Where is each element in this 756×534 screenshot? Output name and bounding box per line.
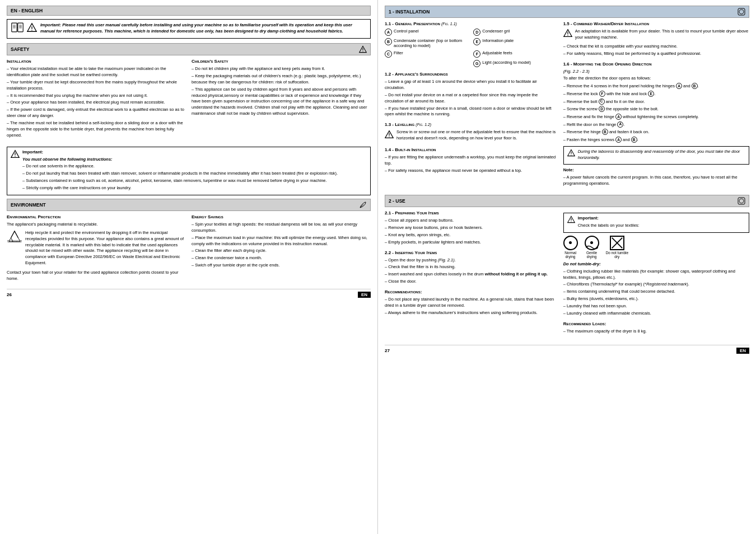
normal-drying-dot (569, 241, 572, 244)
svg-point-11 (31, 30, 32, 30)
right-page-number: 27 (385, 348, 390, 353)
prep-item-2: – Remove any loose buttons, pins or hook… (385, 225, 558, 231)
gentle-drying-label: Gentledrying (586, 251, 597, 259)
preparing-section: 2.1 - Preparing Your Items – Close all z… (385, 210, 558, 246)
important-notice-content: Important: You must observe the followin… (22, 149, 338, 193)
important-check-title: Important: (578, 216, 640, 222)
dnt-item-5: – Laundry that has not been spun. (563, 303, 749, 310)
combined-warning-row: An adaptation kit is available from your… (563, 29, 749, 42)
check-labels-box: Important: Check the labels on your text… (563, 213, 749, 233)
symbol-gentle-drying: Gentledrying (585, 236, 599, 259)
check-labels-text: Important: Check the labels on your text… (578, 216, 640, 230)
dnt-item-4: – Bulky items (duvets, eiderdowns, etc.)… (563, 296, 749, 302)
builtin-section: 1.4 - Built-in Installation – If you are… (385, 147, 558, 174)
no-tumble-cross (611, 237, 623, 249)
dnt-item-1: – Clothing including rubber like materia… (563, 269, 749, 281)
warning-icon-notice (11, 149, 20, 158)
note-text: – A power failure cancels the current pr… (563, 175, 749, 187)
gentle-drying-outer (585, 236, 599, 250)
installation-col: Installation – Your electrical installat… (7, 59, 186, 143)
recommended-loads-section: Recommended Loads: – The maximum capacit… (563, 321, 749, 335)
right-page-bottom: 27 EN (385, 345, 749, 354)
component-E: E Information plate (473, 38, 557, 48)
levelling-text: Screw in or screw out one or more of the… (396, 129, 558, 142)
use-header: 2 - USE (385, 195, 749, 207)
energy-savings-col: Energy Savings – Spin your textiles at h… (192, 214, 371, 283)
no-tumble-box (610, 236, 624, 250)
installation-items: – Your electrical installation must be a… (7, 66, 186, 139)
install-left-col: 1.1 - General Presentation (Fig. 1.1) A … (385, 21, 558, 191)
insert-item-3: – Insert washed and spun clothes loosely… (385, 271, 558, 278)
inserting-section: 2.2 - Inserting Your Items – Open the do… (385, 250, 558, 285)
door-item-7: – Reverse the hinge B and fasten it back… (563, 129, 749, 135)
recommended-loads-title: Recommended Loads: (563, 321, 749, 326)
right-page: 1 - INSTALLATION 1.1 - General Presentat… (378, 0, 756, 534)
right-en-badge: EN (736, 348, 749, 354)
appliance-surroundings-section: 1.2 - Appliance's Surroundings – Leave a… (385, 72, 558, 118)
drying-symbols-row: Normaldrying Gentledrying (563, 236, 749, 259)
environment-title: ENVIRONMENT (11, 202, 46, 208)
inst-item-6: – The machine must not be installed behi… (7, 120, 186, 139)
combined-section: 1.5 - Combined Washer/Dryer Installation… (563, 21, 749, 57)
note-section: Note: – A power failure cancels the curr… (563, 167, 749, 187)
use-left-col: 2.1 - Preparing Your Items – Close all z… (385, 210, 558, 339)
modifying-door-section: 1.6 - Modifying the Door Opening Directi… (563, 62, 749, 188)
general-pres-fig: (Fig. 1.1) (441, 22, 457, 26)
en-section-header: EN - ENGLISH (7, 6, 371, 16)
no-tumble-label: Do not tumbledry (606, 251, 628, 259)
component-A: A Control panel (385, 29, 469, 36)
rec-item-2: – Always adhere to the manufacturer's in… (385, 310, 558, 316)
left-page: EN - ENGLISH Important: Please read th (0, 0, 378, 534)
energy-item-1: – Spin your textiles at high speeds: the… (192, 222, 371, 234)
door-item-2: – Reverse the lock F with the hide and l… (563, 91, 749, 97)
surr-item-2: – Do not install your device on a mat or… (385, 92, 558, 105)
install-right-col: 1.5 - Combined Washer/Dryer Installation… (563, 21, 749, 191)
imp-item-3: – Substances contained in soiling such a… (22, 178, 338, 184)
recommendations-title: Recommendations: (385, 289, 558, 294)
env-protection-col: Environmental Protection The appliance's… (7, 214, 186, 283)
symbol-no-tumble: Do not tumbledry (606, 236, 628, 259)
gentle-drying-dot (590, 241, 593, 244)
preparing-title: 2.1 - Preparing Your Items (385, 210, 558, 216)
component-B: B Condensate container (top or bottom ac… (385, 38, 469, 48)
installation-section: Installation – Your electrical installat… (7, 59, 186, 139)
svg-point-17 (15, 156, 15, 156)
prep-item-1: – Close all zippers and snap buttons. (385, 218, 558, 224)
note-title: Note: (563, 167, 749, 174)
environment-leaf-icon (359, 201, 367, 209)
door-warning-text: During the laboress to disassembly and r… (578, 149, 745, 161)
manual-icon (11, 22, 24, 32)
left-page-bottom: 26 EN (7, 289, 371, 298)
use-right-col: Important: Check the labels on your text… (563, 210, 749, 339)
builtin-title: 1.4 - Built-in Installation (385, 147, 558, 152)
inst-item-1: – Your electrical installation must be a… (7, 66, 186, 78)
children-safety-title: Children's Safety (192, 59, 371, 64)
environment-header: ENVIRONMENT (7, 199, 371, 211)
combined-title: 1.5 - Combined Washer/Dryer Installation (563, 21, 749, 26)
installation-section-title: 1 - INSTALLATION (389, 9, 430, 15)
components-grid: A Control panel D Condenser gril B Conde… (385, 29, 558, 67)
do-not-tumble-section: Do not tumble-dry: – Clothing including … (563, 261, 749, 317)
door-item-4: – Screw the screw D the opposite side to… (563, 106, 749, 113)
combined-text-1: An adaptation kit is available from your… (575, 29, 749, 41)
modifying-door-title: 1.6 - Modifying the Door Opening Directi… (563, 62, 749, 67)
important-intro-text: Important: Please read this user manual … (40, 22, 366, 34)
svg-rect-1 (18, 23, 23, 32)
inserting-title: 2.2 - Inserting Your Items (385, 250, 558, 255)
svg-rect-0 (12, 23, 17, 32)
warning-icon-intro (27, 22, 37, 32)
dnt-item-6: – Laundry cleaned with inflammable chemi… (563, 311, 749, 317)
combined-text-2: – Check that the kit is compatible with … (563, 44, 749, 50)
child-item-1: – Do not let children play with the appl… (192, 66, 371, 72)
inst-item-4: – Once your appliance has been installed… (7, 100, 186, 106)
normal-drying-circle (563, 236, 578, 250)
levelling-title: 1.3 - Levelling (Fig. 1.2) (385, 122, 558, 127)
door-item-5: – Reverse and fix the hinge A without ti… (563, 114, 749, 120)
left-en-badge: EN (358, 292, 371, 298)
imp-item-1: – Do not use solvents in the appliance. (22, 163, 338, 170)
svg-point-14 (362, 51, 363, 51)
door-item-3: – Reverse the bolt C and fix it on the d… (563, 99, 749, 105)
left-page-number: 26 (7, 292, 12, 297)
dnt-item-2: – Chlorofibres (Thermolactyl* for exampl… (563, 282, 749, 288)
recommended-loads-text: – The maximum capacity of the dryer is 8… (563, 329, 749, 335)
